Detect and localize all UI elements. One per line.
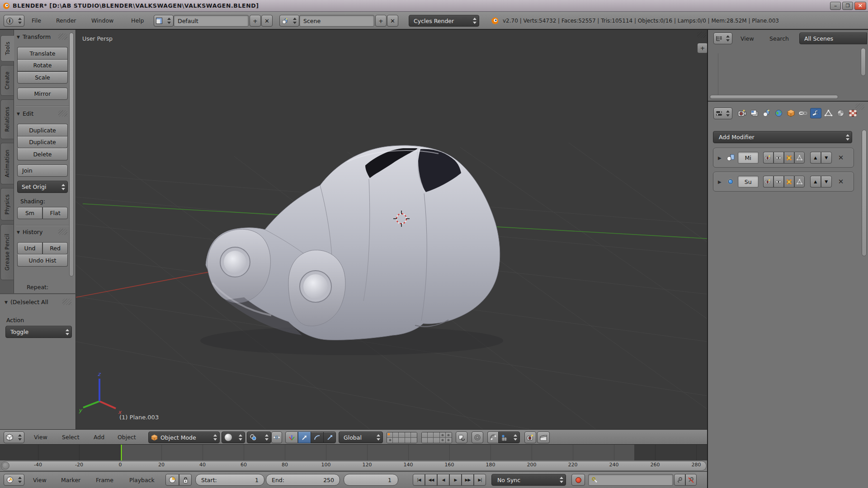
current-frame-field[interactable]: 1 <box>344 474 398 486</box>
tab-relations[interactable]: Relations <box>0 99 14 139</box>
panel-header-edit[interactable]: ▼Edit <box>17 110 33 117</box>
set-origin-dropdown[interactable]: Set Origi <box>17 181 68 193</box>
layer-toggle[interactable] <box>387 432 393 438</box>
layer-toggle[interactable] <box>405 432 411 438</box>
panel-header-transform[interactable]: ▼Transform <box>17 33 51 40</box>
outliner-h-scrollbar[interactable] <box>710 95 838 99</box>
expand-modifier-icon[interactable]: ▶ <box>718 179 722 184</box>
panel-header-history[interactable]: ▼History <box>17 229 42 235</box>
viewport-3d[interactable]: y x z User Persp (1) Plane.003 + <box>76 30 708 429</box>
region-corner-grip[interactable] <box>855 103 864 110</box>
show-sidebar-plus-button[interactable]: + <box>697 43 708 53</box>
duplicate-linked-button[interactable]: Duplicate <box>17 136 68 148</box>
modifier-move-down-button[interactable]: ▼ <box>821 176 832 188</box>
outliner-filter-select[interactable]: All Scenes <box>799 33 867 44</box>
mode-select[interactable]: Object Mode <box>148 432 220 443</box>
manipulator-translate-button[interactable] <box>298 432 311 443</box>
scene-name-field[interactable]: Scene <box>299 15 374 27</box>
redo-button[interactable]: Red <box>42 242 68 254</box>
toolshelf-scrollbar[interactable] <box>69 33 74 277</box>
tab-modifiers[interactable] <box>810 108 821 118</box>
vp-menu-view[interactable]: View <box>34 434 47 441</box>
minimize-button[interactable]: – <box>830 2 841 10</box>
editor-type-3dview-dropdown[interactable] <box>4 432 24 443</box>
region-corner-grip[interactable] <box>697 32 706 38</box>
tab-texture[interactable] <box>848 108 858 118</box>
layer-toggle[interactable] <box>399 438 405 443</box>
close-button[interactable]: ✕ <box>854 2 866 10</box>
viewport-shading-select[interactable] <box>222 432 245 443</box>
scene-dropdown[interactable] <box>279 15 299 27</box>
tab-object[interactable] <box>786 108 796 118</box>
rotate-button[interactable]: Rotate <box>17 59 68 71</box>
layer-toggle[interactable] <box>411 432 417 438</box>
manipulator-axes-button[interactable] <box>285 432 298 443</box>
pivot-point-select[interactable] <box>247 432 271 443</box>
vp-menu-add[interactable]: Add <box>94 434 104 441</box>
layer-toggle[interactable] <box>387 438 393 443</box>
shade-smooth-button[interactable]: Sm <box>17 207 42 219</box>
action-select[interactable]: Toggle <box>5 326 72 338</box>
layer-toggle[interactable] <box>428 432 434 438</box>
add-scene-button[interactable]: + <box>375 15 387 27</box>
layers-group-1[interactable] <box>387 432 417 443</box>
auto-keyframe-record-button[interactable] <box>571 474 585 486</box>
tab-render-layers[interactable] <box>749 108 760 118</box>
outliner-menu-search[interactable]: Search <box>769 35 789 42</box>
play-reverse-button[interactable]: ◀ <box>437 474 449 486</box>
properties-scrollbar[interactable] <box>862 130 867 256</box>
layer-toggle[interactable] <box>434 432 439 438</box>
undo-button[interactable]: Und <box>17 242 42 254</box>
layer-toggle[interactable] <box>446 438 452 443</box>
delete-layout-button[interactable]: ✕ <box>261 15 273 27</box>
layer-toggle[interactable] <box>440 438 446 443</box>
tl-menu-frame[interactable]: Frame <box>96 477 113 483</box>
layer-toggle[interactable] <box>434 438 439 443</box>
delete-modifier-button[interactable]: ✕ <box>838 154 844 162</box>
layers-group-2[interactable] <box>421 432 452 443</box>
modifier-render-toggle[interactable] <box>763 152 774 164</box>
outliner-display-dropdown[interactable] <box>713 33 732 44</box>
modifier-render-toggle[interactable] <box>763 176 774 188</box>
opengl-render-button[interactable] <box>524 432 536 443</box>
tab-animation[interactable]: Animation <box>0 143 14 184</box>
properties-display-dropdown[interactable] <box>713 108 732 119</box>
transform-orientation-select[interactable]: Global <box>339 432 383 443</box>
delete-modifier-button[interactable]: ✕ <box>838 178 844 186</box>
add-layout-button[interactable]: + <box>250 15 261 27</box>
layer-toggle[interactable] <box>440 432 446 438</box>
manipulator-rotate-button[interactable] <box>311 432 323 443</box>
manipulator-toggle-button[interactable] <box>271 432 282 443</box>
tab-tools[interactable]: Tools <box>0 35 14 61</box>
modifier-cage-toggle[interactable] <box>794 152 805 164</box>
editor-type-timeline-dropdown[interactable] <box>4 474 24 486</box>
timeline-ruler[interactable]: -40-200204060801001201401601802002202402… <box>0 460 708 471</box>
modifier-move-up-button[interactable]: ▲ <box>810 152 821 164</box>
add-modifier-select[interactable]: Add Modifier <box>713 131 852 143</box>
modifier-name-field[interactable]: Mi <box>738 152 759 164</box>
jump-to-end-button[interactable]: ▶| <box>474 474 486 486</box>
screen-layout-dropdown[interactable] <box>154 15 174 27</box>
modifier-editmode-toggle[interactable] <box>784 152 794 164</box>
operator-panel-header[interactable]: ▼(De)select All <box>5 299 48 305</box>
layer-toggle[interactable] <box>393 438 399 443</box>
tab-render[interactable] <box>737 108 747 118</box>
menu-file[interactable]: File <box>32 17 41 24</box>
panel-drag-grip[interactable] <box>58 33 67 40</box>
start-frame-field[interactable]: Start: 1 <box>195 474 264 486</box>
delete-scene-button[interactable]: ✕ <box>387 15 398 27</box>
snap-toggle-button[interactable] <box>487 432 498 443</box>
menu-help[interactable]: Help <box>131 17 144 24</box>
layer-toggle[interactable] <box>428 438 434 443</box>
sync-mode-select[interactable]: No Sync <box>491 474 566 486</box>
tl-menu-playback[interactable]: Playback <box>129 477 155 483</box>
menu-window[interactable]: Window <box>91 17 113 24</box>
play-button[interactable]: ▶ <box>449 474 462 486</box>
panel-drag-grip[interactable] <box>58 229 67 235</box>
duplicate-button[interactable]: Duplicate <box>17 124 68 136</box>
menu-render[interactable]: Render <box>56 17 76 24</box>
insert-keyframe-button[interactable] <box>674 474 685 486</box>
modifier-name-field[interactable]: Su <box>738 176 759 188</box>
tab-physics[interactable]: Physics <box>0 188 14 221</box>
join-button[interactable]: Join <box>17 164 68 177</box>
